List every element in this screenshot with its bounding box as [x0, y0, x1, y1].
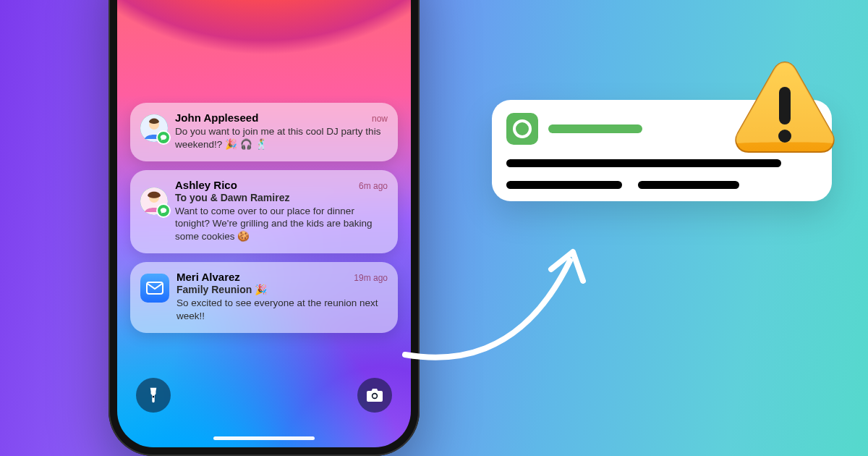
notification-subject: Family Reunion 🎉 [176, 284, 388, 295]
messages-badge-icon [156, 130, 171, 145]
notification-card[interactable]: Meri Alvarez 19m ago Family Reunion 🎉 So… [130, 262, 398, 333]
notification-sender: Meri Alvarez [176, 271, 240, 283]
notification-body: John Appleseed now Do you want to join m… [175, 111, 388, 151]
notification-sender: Ashley Rico [175, 179, 237, 191]
contact-avatar [140, 187, 168, 215]
svg-rect-5 [153, 396, 154, 398]
svg-rect-8 [779, 87, 791, 124]
notification-card[interactable]: Ashley Rico 6m ago To you & Dawn Ramirez… [130, 170, 398, 253]
notification-stack: John Appleseed now Do you want to join m… [130, 103, 398, 333]
iphone-frame: John Appleseed now Do you want to join m… [109, 0, 420, 456]
placeholder-line [638, 181, 739, 189]
placeholder-title [548, 124, 642, 133]
warning-icon [731, 56, 839, 158]
flashlight-button[interactable] [136, 378, 171, 413]
mail-app-icon [140, 274, 169, 303]
notification-sender: John Appleseed [175, 111, 258, 124]
notification-message: Want to come over to our place for dinne… [175, 205, 388, 243]
notification-time: 19m ago [354, 273, 388, 283]
messages-badge-icon [156, 203, 171, 218]
arrow-icon [391, 217, 622, 376]
lock-screen-quick-actions [136, 378, 392, 413]
messages-app-icon [506, 113, 538, 145]
notification-body: Ashley Rico 6m ago To you & Dawn Ramirez… [175, 179, 388, 243]
placeholder-line [506, 181, 622, 189]
home-indicator [213, 436, 315, 440]
contact-avatar [140, 114, 168, 142]
notification-message: So excited to see everyone at the reunio… [176, 297, 388, 323]
notification-time: 6m ago [359, 181, 388, 191]
placeholder-line [506, 159, 781, 167]
notification-card[interactable]: John Appleseed now Do you want to join m… [130, 103, 398, 161]
illustration-canvas: John Appleseed now Do you want to join m… [0, 0, 868, 456]
notification-body: Meri Alvarez 19m ago Family Reunion 🎉 So… [176, 271, 388, 323]
svg-point-9 [778, 130, 791, 143]
notification-subtitle: To you & Dawn Ramirez [175, 192, 388, 203]
camera-button[interactable] [357, 378, 392, 413]
notification-time: now [372, 114, 388, 124]
notification-message: Do you want to join me at this cool DJ p… [175, 125, 388, 151]
svg-point-7 [373, 394, 376, 397]
iphone-screen: John Appleseed now Do you want to join m… [117, 0, 411, 447]
